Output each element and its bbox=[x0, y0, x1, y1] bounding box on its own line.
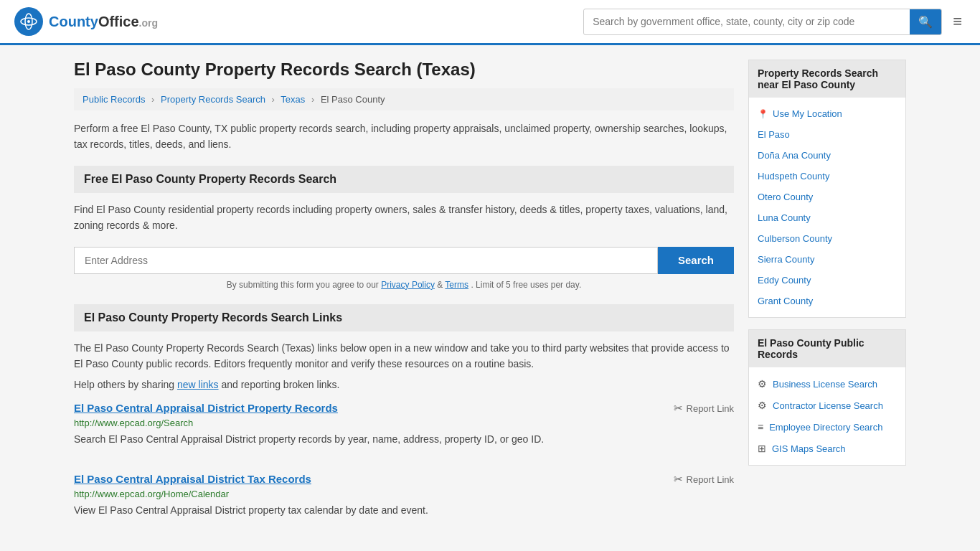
breadcrumb-texas[interactable]: Texas bbox=[281, 94, 305, 105]
sidebar-gis-maps-search[interactable]: ⊞ GIS Maps Search bbox=[749, 438, 905, 459]
sidebar-link-dona-ana[interactable]: Doña Ana County bbox=[749, 145, 905, 166]
breadcrumb-sep-2: › bbox=[272, 94, 275, 105]
sidebar-business-license-search[interactable]: ⚙ Business License Search bbox=[749, 373, 905, 395]
sidebar-link-hudspeth[interactable]: Hudspeth County bbox=[749, 166, 905, 187]
sidebar-link-grant[interactable]: Grant County bbox=[749, 291, 905, 311]
address-input[interactable] bbox=[74, 247, 658, 274]
content-area: El Paso County Property Records Search (… bbox=[74, 60, 734, 544]
menu-icon[interactable]: ≡ bbox=[949, 9, 966, 34]
sidebar-link-sierra[interactable]: Sierra County bbox=[749, 249, 905, 270]
header-right: 🔍 ≡ bbox=[583, 9, 966, 35]
header: CountyOffice.org 🔍 ≡ bbox=[0, 0, 980, 45]
sidebar-employee-directory-search[interactable]: ≡ Employee Directory Search bbox=[749, 416, 905, 438]
sidebar-link-luna[interactable]: Luna County bbox=[749, 207, 905, 228]
sidebar-contractor-license-search[interactable]: ⚙ Contractor License Search bbox=[749, 395, 905, 416]
sidebar: Property Records Search near El Paso Cou… bbox=[748, 60, 906, 544]
report-link-1[interactable]: ✂ Report Link bbox=[674, 473, 734, 486]
address-search-row: Search bbox=[74, 247, 734, 274]
record-url-1[interactable]: http://www.epcad.org/Home/Calendar bbox=[74, 489, 734, 499]
page-description: Perform a free El Paso County, TX public… bbox=[74, 121, 734, 153]
terms-link[interactable]: Terms bbox=[445, 280, 468, 290]
header-search-input[interactable] bbox=[584, 10, 910, 33]
privacy-policy-link[interactable]: Privacy Policy bbox=[381, 280, 435, 290]
breadcrumb-sep-3: › bbox=[311, 94, 314, 105]
address-search-button[interactable]: Search bbox=[658, 247, 734, 274]
list-icon-employee: ≡ bbox=[758, 421, 763, 433]
breadcrumb-el-paso-county: El Paso County bbox=[321, 94, 385, 105]
record-desc-1: View El Paso Central Appraisal District … bbox=[74, 503, 734, 518]
page-title: El Paso County Property Records Search (… bbox=[74, 60, 734, 80]
header-search-bar[interactable]: 🔍 bbox=[583, 9, 942, 35]
record-item-0-header: El Paso Central Appraisal District Prope… bbox=[74, 402, 734, 415]
map-icon-gis: ⊞ bbox=[758, 443, 766, 454]
record-title-0[interactable]: El Paso Central Appraisal District Prope… bbox=[74, 402, 338, 414]
location-pin-icon: 📍 bbox=[758, 109, 768, 119]
sidebar-use-my-location[interactable]: 📍 Use My Location bbox=[749, 103, 905, 124]
breadcrumb: Public Records › Property Records Search… bbox=[74, 88, 734, 110]
sidebar-link-el-paso[interactable]: El Paso bbox=[749, 124, 905, 145]
sidebar-public-records-section: El Paso County Public Records ⚙ Business… bbox=[748, 329, 906, 466]
address-search-form: Search By submitting this form you agree… bbox=[74, 247, 734, 290]
sidebar-nearby-links: 📍 Use My Location El Paso Doña Ana Count… bbox=[749, 98, 905, 317]
report-icon-1: ✂ bbox=[674, 473, 683, 486]
logo-text: CountyOffice.org bbox=[49, 14, 158, 30]
share-line: Help others by sharing new links and rep… bbox=[74, 379, 734, 390]
report-link-0[interactable]: ✂ Report Link bbox=[674, 402, 734, 415]
main-container: El Paso County Property Records Search (… bbox=[60, 45, 920, 551]
sidebar-link-eddy[interactable]: Eddy County bbox=[749, 270, 905, 291]
logo-icon bbox=[14, 7, 43, 36]
record-desc-0: Search El Paso Central Appraisal Distric… bbox=[74, 432, 734, 447]
sidebar-link-otero[interactable]: Otero County bbox=[749, 187, 905, 207]
sidebar-public-records-header: El Paso County Public Records bbox=[749, 330, 905, 367]
record-url-0[interactable]: http://www.epcad.org/Search bbox=[74, 418, 734, 428]
sidebar-nearby-section: Property Records Search near El Paso Cou… bbox=[748, 60, 906, 318]
record-item-0: El Paso Central Appraisal District Prope… bbox=[74, 402, 734, 458]
report-icon-0: ✂ bbox=[674, 402, 683, 415]
links-intro: The El Paso County Property Records Sear… bbox=[74, 340, 734, 372]
new-links-link[interactable]: new links bbox=[177, 379, 219, 390]
record-title-1[interactable]: El Paso Central Appraisal District Tax R… bbox=[74, 473, 311, 485]
links-section: The El Paso County Property Records Sear… bbox=[74, 340, 734, 530]
sidebar-link-culberson[interactable]: Culberson County bbox=[749, 228, 905, 249]
free-search-description: Find El Paso County residential property… bbox=[74, 202, 734, 234]
form-note: By submitting this form you agree to our… bbox=[74, 280, 734, 290]
free-search-header: Free El Paso County Property Records Sea… bbox=[74, 166, 734, 193]
record-item-1-header: El Paso Central Appraisal District Tax R… bbox=[74, 473, 734, 486]
sidebar-public-records-links: ⚙ Business License Search ⚙ Contractor L… bbox=[749, 367, 905, 465]
record-item-1: El Paso Central Appraisal District Tax R… bbox=[74, 473, 734, 529]
links-section-header: El Paso County Property Records Search L… bbox=[74, 304, 734, 331]
gear-icon-business: ⚙ bbox=[758, 378, 767, 390]
breadcrumb-sep-1: › bbox=[151, 94, 154, 105]
svg-point-3 bbox=[27, 20, 30, 23]
header-search-button[interactable]: 🔍 bbox=[910, 9, 941, 34]
breadcrumb-property-records-search[interactable]: Property Records Search bbox=[161, 94, 265, 105]
sidebar-nearby-header: Property Records Search near El Paso Cou… bbox=[749, 60, 905, 98]
gear-icon-contractor: ⚙ bbox=[758, 400, 767, 411]
logo-area: CountyOffice.org bbox=[14, 7, 158, 36]
breadcrumb-public-records[interactable]: Public Records bbox=[83, 94, 145, 105]
